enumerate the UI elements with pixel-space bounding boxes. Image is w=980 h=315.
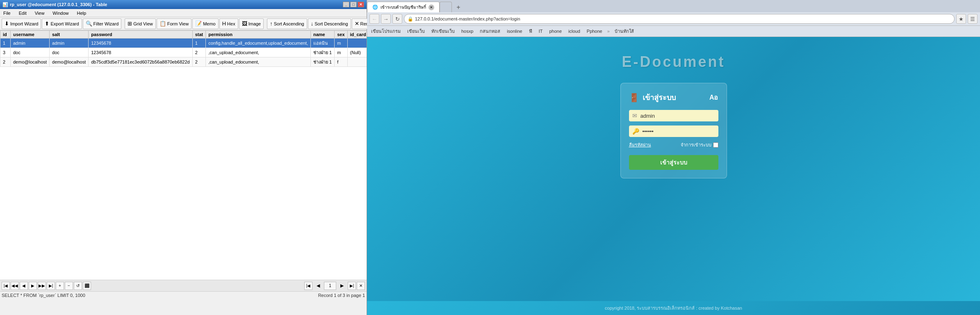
- table-row[interactable]: 1adminadmin123456781config,handle_all_ed…: [0, 39, 367, 48]
- bookmark-9[interactable]: phone: [547, 28, 563, 34]
- record-info: Record 1 of 3 in page 1: [318, 293, 365, 298]
- bookmark-2[interactable]: เขียนเว็บ: [406, 27, 426, 36]
- forward-button[interactable]: →: [381, 14, 391, 24]
- export-wizard-button[interactable]: ⬆ Export Wizard: [42, 18, 82, 29]
- browser-chrome: 🌐 เข้าระบบด้านปัญชีมาริษกิ์ ✕ + ← → ↻ 🔒 …: [367, 0, 980, 37]
- image-button[interactable]: 🖼 Image: [239, 18, 264, 29]
- bookmark-5[interactable]: กสนกทอส: [478, 27, 502, 36]
- col-id-card[interactable]: id_card: [347, 31, 367, 39]
- username-input-group: ✉: [629, 110, 718, 121]
- login-submit-button[interactable]: เข้าสู่ระบบ: [629, 155, 718, 170]
- email-icon: ✉: [632, 112, 637, 119]
- bookmark-12[interactable]: บ้านทักใส้: [613, 27, 636, 36]
- bookmark-6[interactable]: isonline: [505, 28, 524, 34]
- prev-page-button[interactable]: ◀◀: [11, 282, 19, 290]
- data-table[interactable]: id username salt password stat permissio…: [0, 30, 367, 280]
- tab-label: เข้าระบบด้านปัญชีมาริษกิ์: [381, 4, 426, 10]
- back-button[interactable]: ←: [369, 14, 379, 24]
- tab-favicon: 🌐: [372, 5, 378, 10]
- toolbar: ⬇ Import Wizard ⬆ Export Wizard 🔍 Filter…: [0, 17, 367, 30]
- bookmark-11[interactable]: Pphone: [585, 28, 604, 34]
- remember-me-group: จำการเข้าระบบ: [681, 141, 718, 148]
- font-size-button[interactable]: Aอ: [709, 92, 718, 103]
- bookmark-7[interactable]: ฟี: [527, 27, 534, 36]
- nav-first-button[interactable]: |◀: [304, 282, 312, 290]
- col-stat[interactable]: stat: [192, 31, 206, 39]
- reload-button[interactable]: ↻: [392, 14, 402, 24]
- next-page-button[interactable]: ▶▶: [38, 282, 46, 290]
- login-links: ลืมรหัสผ่าน จำการเข้าระบบ: [629, 141, 718, 148]
- last-record-button[interactable]: ▶|: [47, 282, 55, 290]
- remember-me-checkbox[interactable]: [713, 142, 718, 148]
- add-record-button[interactable]: +: [56, 282, 64, 290]
- table-row[interactable]: 2demo@localhostdemo@localhostdb75cdf3d5e…: [0, 57, 367, 67]
- close-table-button[interactable]: ✕: [357, 282, 365, 290]
- forgot-password-link[interactable]: ลืมรหัสผ่าน: [629, 141, 651, 148]
- col-name[interactable]: name: [311, 31, 335, 39]
- col-salt[interactable]: salt: [50, 31, 89, 39]
- hex-icon: H: [222, 21, 226, 27]
- minimize-button[interactable]: _: [343, 2, 349, 7]
- table-row[interactable]: 3docdoc123456782,can_upload_edocument,ช่…: [0, 48, 367, 57]
- first-record-button[interactable]: |◀: [2, 282, 10, 290]
- login-header: 🚪 เข้าสู่ระบบ Aอ: [629, 91, 718, 103]
- refresh-button[interactable]: ↺: [74, 282, 82, 290]
- col-sex[interactable]: sex: [335, 31, 347, 39]
- address-bar[interactable]: 🔒 127.0.0.1/edocument-master/index.php?a…: [404, 14, 955, 24]
- col-password[interactable]: password: [89, 31, 192, 39]
- bookmark-4[interactable]: hosxp: [460, 28, 475, 34]
- app-icon: 📊: [2, 2, 8, 7]
- delete-record-button[interactable]: −: [65, 282, 73, 290]
- col-username[interactable]: username: [11, 31, 50, 39]
- menu-help[interactable]: Help: [75, 10, 88, 16]
- memo-icon: 📝: [195, 21, 202, 27]
- bookmark-1[interactable]: เขียนโปรแกรม: [369, 27, 402, 36]
- browser-toolbar: ← → ↻ 🔒 127.0.0.1/edocument-master/index…: [367, 12, 980, 26]
- login-card: 🚪 เข้าสู่ระบบ Aอ ✉ 🔑 ลืมรหัสผ่าน จำการเข…: [620, 83, 727, 178]
- form-view-button[interactable]: 📋 Form View: [157, 18, 191, 29]
- hex-button[interactable]: H Hex: [219, 18, 238, 29]
- new-tab-button[interactable]: +: [454, 2, 463, 12]
- maximize-button[interactable]: □: [350, 2, 357, 7]
- sort-ascending-button[interactable]: ↑ Sort Ascending: [267, 18, 307, 29]
- import-wizard-button[interactable]: ⬇ Import Wizard: [2, 18, 41, 29]
- record-number: ◀: [313, 283, 323, 288]
- filter-wizard-button[interactable]: 🔍 Filter Wizard: [83, 18, 122, 29]
- tab-new-blank[interactable]: [440, 2, 452, 12]
- sort-descending-button[interactable]: ↓ Sort Descending: [308, 18, 351, 29]
- grid-icon: ⊞: [128, 21, 132, 27]
- memo-button[interactable]: 📝 Memo: [192, 18, 219, 29]
- username-input[interactable]: [640, 113, 715, 119]
- password-input-group: 🔑: [629, 126, 718, 137]
- bookmark-10[interactable]: icloud: [567, 28, 582, 34]
- site-title: E-Document: [622, 53, 725, 71]
- bookmark-8[interactable]: IT: [537, 28, 545, 34]
- navigation-bar: |◀ ◀◀ ◀ ▶ ▶▶ ▶| + − ↺ ⬛ |◀ ◀ 1 ▶ ▶| ✕: [0, 280, 367, 291]
- menu-file[interactable]: File: [2, 10, 12, 16]
- browser-content: E-Document 🚪 เข้าสู่ระบบ Aอ ✉ 🔑: [367, 37, 980, 301]
- bookmark-more[interactable]: »: [607, 29, 610, 34]
- close-button[interactable]: ✕: [358, 2, 364, 7]
- menu-edit[interactable]: Edit: [17, 10, 28, 16]
- nav-last-button[interactable]: ▶|: [348, 282, 356, 290]
- menu-view[interactable]: View: [33, 10, 46, 16]
- login-door-icon: 🚪: [629, 93, 639, 103]
- tab-edocument[interactable]: 🌐 เข้าระบบด้านปัญชีมาริษกิ์ ✕: [367, 2, 440, 12]
- menu-window[interactable]: Window: [51, 10, 70, 16]
- stop-button[interactable]: ⬛: [83, 282, 91, 290]
- settings-button[interactable]: ☰: [968, 14, 978, 24]
- filter-icon: 🔍: [86, 21, 92, 27]
- sort-desc-icon: ↓: [311, 21, 314, 27]
- grid-view-button[interactable]: ⊞ Grid View: [125, 18, 155, 29]
- sort-asc-icon: ↑: [270, 21, 273, 27]
- col-permission[interactable]: permission: [206, 31, 311, 39]
- bookmark-button[interactable]: ★: [956, 14, 966, 24]
- prev-record-button[interactable]: ◀: [20, 282, 28, 290]
- next-record-button[interactable]: ▶: [29, 282, 37, 290]
- col-id[interactable]: id: [0, 31, 11, 39]
- tab-close-button[interactable]: ✕: [428, 5, 434, 10]
- bookmark-3[interactable]: ทักเขียนเว็บ: [430, 27, 456, 36]
- menu-bar: File Edit View Window Help: [0, 9, 367, 17]
- password-input[interactable]: [643, 128, 715, 135]
- page-input[interactable]: 1: [324, 282, 336, 290]
